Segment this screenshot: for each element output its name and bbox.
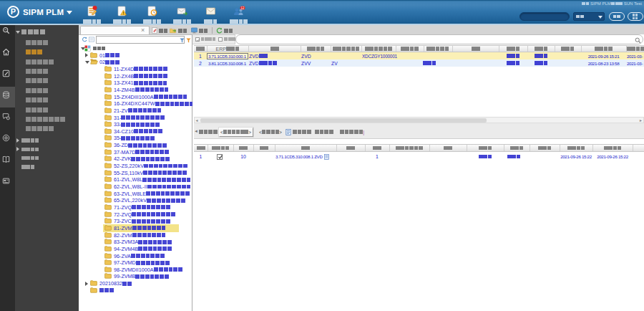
svg-text:12: 12 xyxy=(240,6,245,10)
